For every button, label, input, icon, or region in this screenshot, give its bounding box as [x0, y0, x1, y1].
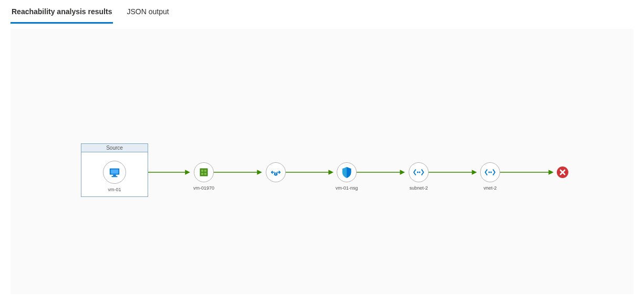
svg-point-15 — [490, 172, 492, 173]
edge-nic-to-ipconfig — [214, 170, 264, 176]
tab-json-output[interactable]: JSON output — [126, 2, 170, 24]
tab-bar: Reachability analysis results JSON outpu… — [0, 0, 644, 24]
svg-point-12 — [417, 172, 419, 173]
svg-rect-3 — [112, 176, 118, 177]
source-group: Source vm-01 — [81, 143, 148, 197]
node-label: subnet-2 — [409, 185, 428, 191]
ipconfig-icon — [266, 162, 286, 182]
svg-point-14 — [489, 172, 490, 173]
source-header: Source — [81, 144, 148, 152]
edge-vnet-to-end — [500, 170, 556, 176]
svg-rect-2 — [113, 175, 116, 176]
node-subnet[interactable]: subnet-2 — [398, 162, 440, 191]
topology-canvas[interactable]: Source vm-01 vm-01970 — [11, 29, 633, 294]
svg-rect-11 — [275, 172, 276, 173]
svg-rect-4 — [200, 169, 208, 176]
vnet-icon — [480, 162, 500, 182]
vm-icon — [103, 161, 126, 184]
node-label: vm-01 — [108, 187, 121, 192]
edge-nsg-to-subnet — [357, 170, 407, 176]
svg-rect-6 — [204, 170, 206, 172]
node-label: vnet-2 — [483, 185, 496, 191]
svg-rect-1 — [111, 170, 119, 174]
subnet-icon — [409, 162, 429, 182]
node-vnet[interactable]: vnet-2 — [469, 162, 511, 191]
edge-subnet-to-vnet — [429, 170, 479, 176]
nic-icon — [194, 162, 214, 182]
svg-rect-8 — [204, 173, 206, 175]
node-label: vm-01970 — [193, 185, 214, 191]
tab-label: JSON output — [127, 7, 169, 16]
svg-rect-5 — [201, 170, 203, 172]
end-error-icon[interactable] — [557, 166, 568, 178]
svg-point-10 — [275, 173, 276, 174]
node-nsg[interactable]: vm-01-nsg — [326, 162, 368, 191]
node-label: vm-01-nsg — [336, 185, 358, 191]
tab-reachability-results[interactable]: Reachability analysis results — [11, 2, 113, 24]
nsg-icon — [337, 162, 357, 182]
edge-ipconfig-to-nsg — [286, 170, 336, 176]
tab-label: Reachability analysis results — [12, 7, 112, 16]
node-nic[interactable]: vm-01970 — [183, 162, 225, 191]
edge-vm-to-nic — [148, 170, 192, 176]
svg-rect-7 — [201, 173, 203, 175]
node-vm[interactable]: vm-01 — [94, 161, 136, 192]
svg-point-13 — [419, 172, 420, 173]
